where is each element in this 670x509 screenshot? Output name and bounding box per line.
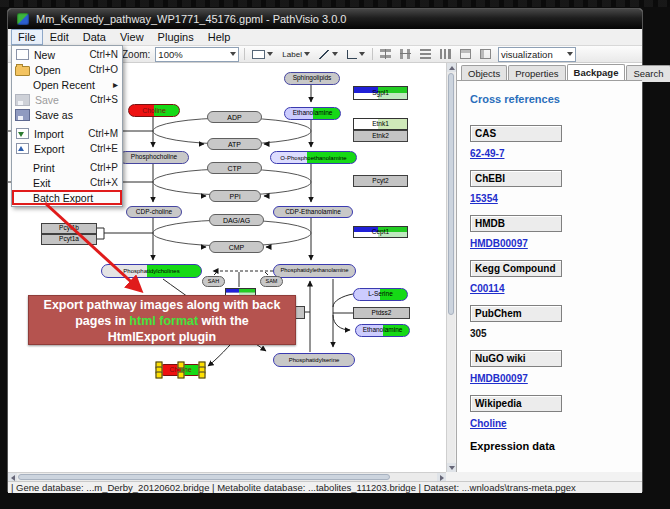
zoom-select[interactable]: 100% xyxy=(155,47,239,62)
node-s-ah[interactable]: SAH xyxy=(202,276,225,287)
node-label: CMP xyxy=(229,244,245,251)
node-ppi[interactable]: PPi xyxy=(209,190,261,202)
node-choline-bottom[interactable]: Choline xyxy=(158,364,203,376)
menu-file[interactable]: File xyxy=(11,29,43,45)
file-menu-item-label: Export xyxy=(34,143,64,155)
node-cdp-ethanolamine[interactable]: CDP-Ethanolamine xyxy=(273,206,353,218)
node-sam[interactable]: SAM xyxy=(260,276,283,287)
node-ptdss2[interactable]: Ptdss2 xyxy=(353,307,410,319)
common-height-button[interactable] xyxy=(478,48,493,60)
selection-handle[interactable] xyxy=(199,372,206,379)
datanode-tool-button[interactable] xyxy=(250,49,275,60)
scroll-down-icon[interactable] xyxy=(447,463,456,472)
menu-edit[interactable]: Edit xyxy=(43,29,76,45)
node-label: Choline xyxy=(142,107,166,114)
node-label: O-Phosphoethanolamine xyxy=(280,155,346,161)
tab-backpage[interactable]: Backpage xyxy=(567,64,626,81)
common-width-icon xyxy=(460,49,471,59)
node-cmp[interactable]: CMP xyxy=(209,241,264,253)
file-menu-item-label: Print xyxy=(33,162,55,174)
file-menu-item-label: Save xyxy=(35,94,59,106)
node-o-phosphoethanolamine[interactable]: O-Phosphoethanolamine xyxy=(270,151,357,164)
node-ethanolamine-top[interactable]: Ethanolamine xyxy=(284,107,341,120)
node-phosphatidylserine[interactable]: Phosphatidylserine xyxy=(273,353,355,367)
node-cept1[interactable]: Cept1 xyxy=(353,226,408,238)
file-menu-item-batch-export[interactable]: Batch Export xyxy=(12,190,122,205)
node-pcyt1a[interactable]: Pcyt1a xyxy=(41,234,97,245)
backpage-section-pubchem: PubChem305 xyxy=(470,305,632,339)
scroll-up-icon[interactable] xyxy=(447,63,456,72)
align-middle-button[interactable] xyxy=(398,48,413,60)
file-menu-item-label: Open Recent xyxy=(33,79,95,91)
menu-shortcut: Ctrl+S xyxy=(90,94,118,105)
node-l-serine[interactable]: L-Serine xyxy=(353,288,408,301)
node-pcyt2[interactable]: Pcyt2 xyxy=(353,175,408,187)
node-phosphocholine[interactable]: Phosphocholine xyxy=(119,151,189,164)
stack-horizontal-button[interactable] xyxy=(438,48,453,60)
canvas-vertical-scrollbar[interactable] xyxy=(446,63,455,472)
annotation-callout: Export pathway images along with back pa… xyxy=(28,295,296,345)
menu-data[interactable]: Data xyxy=(76,29,113,45)
vertical-scroll-thumb[interactable] xyxy=(448,73,454,315)
backpage-sections: CAS62-49-7ChEBI15354HMDBHMDB00097Kegg Co… xyxy=(470,125,632,429)
file-menu-item-open-recent[interactable]: Open Recent▸ xyxy=(12,77,122,92)
backpage-section-title: CAS xyxy=(470,125,562,142)
backpage-link[interactable]: HMDB00097 xyxy=(470,238,632,249)
common-width-button[interactable] xyxy=(458,48,473,60)
backpage-section-hmdb: HMDBHMDB00097 xyxy=(470,215,632,249)
backpage-link[interactable]: 62-49-7 xyxy=(470,148,632,159)
menu-view[interactable]: View xyxy=(113,29,151,45)
node-label: Pcyt2 xyxy=(372,178,388,185)
menu-plugins[interactable]: Plugins xyxy=(151,29,201,45)
line-tool-button[interactable] xyxy=(317,49,340,60)
node-phosphatidylcholines[interactable]: Phosphatidylcholines xyxy=(101,264,202,278)
menu-help[interactable]: Help xyxy=(201,29,238,45)
backpage-link[interactable]: C00114 xyxy=(470,283,632,294)
file-menu-item-print[interactable]: PrintCtrl+P xyxy=(12,160,122,175)
backpage-link[interactable]: HMDB00097 xyxy=(470,373,632,384)
selection-handle[interactable] xyxy=(177,362,184,369)
label-tool-button[interactable]: Label xyxy=(280,49,312,60)
canvas-horizontal-scrollbar[interactable] xyxy=(8,472,446,481)
file-menu-item-label: Batch Export xyxy=(33,192,93,204)
file-menu-item-import[interactable]: ImportCtrl+M xyxy=(12,126,122,141)
window-title: Mm_Kennedy_pathway_WP1771_45176.gpml - P… xyxy=(36,13,346,25)
file-menu-item-save-as[interactable]: Save as xyxy=(12,107,122,122)
node-label: SAM xyxy=(266,279,278,285)
node-phosphatidylethanolamine[interactable]: Phosphatidylethanolamine xyxy=(273,264,356,278)
file-menu-item-open[interactable]: OpenCtrl+O xyxy=(12,62,122,77)
visualization-select[interactable]: visualization xyxy=(498,47,576,62)
node-cdp-choline[interactable]: CDP-choline xyxy=(126,206,182,218)
stack-vertical-button[interactable] xyxy=(418,48,433,60)
node-atp[interactable]: ATP xyxy=(207,138,262,150)
node-label: Phosphatidylserine xyxy=(289,357,340,363)
node-label: ADP xyxy=(227,114,241,121)
backpage-section-title: NuGO wiki xyxy=(470,350,562,367)
node-dag-ag[interactable]: DAG/AG xyxy=(209,214,264,226)
file-menu-item-new[interactable]: NewCtrl+N xyxy=(12,47,122,62)
node-adp[interactable]: ADP xyxy=(207,111,262,123)
new-file-icon xyxy=(16,49,29,60)
annotation-line1: Export pathway images along with back xyxy=(29,297,295,313)
node-ctp[interactable]: CTP xyxy=(207,162,262,174)
selection-handle[interactable] xyxy=(156,372,163,379)
file-menu-item-save[interactable]: SaveCtrl+S xyxy=(12,92,122,107)
backpage-link[interactable]: Choline xyxy=(470,418,632,429)
file-menu-item-label: Open xyxy=(35,64,61,76)
node-choline-top[interactable]: Choline xyxy=(128,104,180,117)
file-menu-item-export[interactable]: ExportCtrl+E xyxy=(12,141,122,156)
connector-tool-button[interactable] xyxy=(345,49,367,60)
node-pcyt1b[interactable]: Pcyt1b xyxy=(41,223,97,234)
node-sphingolipids[interactable]: Sphingolipids xyxy=(284,72,340,85)
horizontal-scroll-thumb[interactable] xyxy=(18,474,390,480)
node-etnk2[interactable]: Etnk2 xyxy=(353,130,408,142)
align-center-button[interactable] xyxy=(378,48,393,60)
node-label: Ptdss2 xyxy=(372,310,392,317)
backpage-link[interactable]: 15354 xyxy=(470,193,632,204)
node-sgpl1[interactable]: Sgpl1 xyxy=(353,86,408,100)
backpage-value: 305 xyxy=(470,328,632,339)
selection-handle[interactable] xyxy=(177,372,184,379)
node-etnk1[interactable]: Etnk1 xyxy=(353,118,408,130)
file-menu-item-exit[interactable]: ExitCtrl+X xyxy=(12,175,122,190)
node-ethanolamine-bottom[interactable]: Ethanolamine xyxy=(355,324,410,337)
